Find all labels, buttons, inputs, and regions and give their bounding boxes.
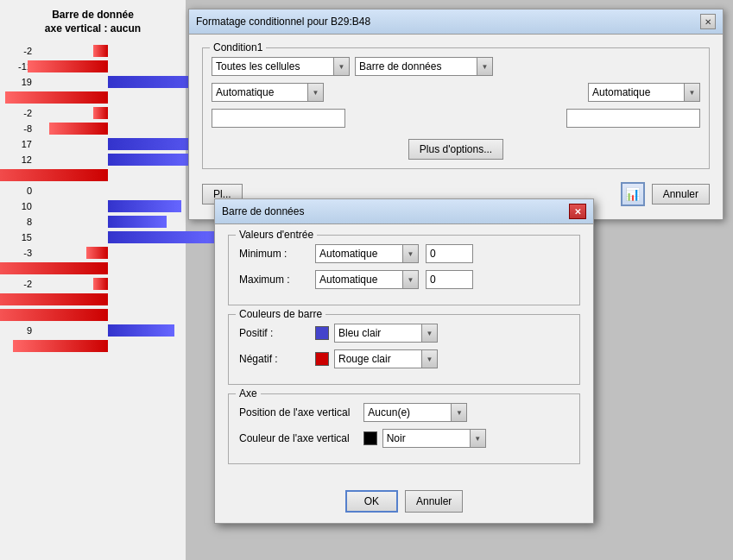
couleur-axe-color-select[interactable]: Noir ▼ [363, 429, 486, 448]
couleurs-barre-group: Couleurs de barre Positif : Bleu clair ▼… [228, 314, 580, 385]
automatique-arrow-1[interactable]: ▼ [307, 84, 323, 101]
chart-bar [86, 247, 109, 259]
sub-dialog: Barre de données ✕ Valeurs d'entrée Mini… [214, 198, 594, 524]
automatique-select-1-input[interactable]: Automatique [212, 84, 307, 101]
chart-number: -2 [4, 279, 32, 289]
plus-options-button[interactable]: Plus d'options... [408, 139, 503, 160]
chart-bar-container [35, 262, 181, 274]
position-dropdown[interactable]: Aucun(e) ▼ [363, 403, 467, 422]
negatif-color-box[interactable]: Rouge clair ▼ [334, 349, 438, 368]
negatif-row: Négatif : Rouge clair ▼ [239, 349, 569, 368]
main-dialog-titlebar: Formatage conditionnel pour B29:B48 ✕ [189, 9, 723, 35]
sub-dialog-title: Barre de données [222, 205, 304, 217]
ok-button[interactable]: OK [345, 490, 398, 513]
axe-legend: Axe [236, 387, 261, 400]
couleurs-barre-legend: Couleurs de barre [236, 308, 325, 320]
chart-bar-container [35, 60, 181, 72]
couleur-axe-arrow[interactable]: ▼ [470, 430, 485, 447]
chart-row: -18 [4, 261, 181, 275]
chart-number: -2 [4, 108, 32, 118]
toutes-cellules-select[interactable]: Toutes les cellules ▼ [212, 57, 350, 76]
chart-bar [0, 169, 108, 181]
condition-group: Condition1 Toutes les cellules ▼ Barre d… [202, 47, 710, 169]
position-row: Position de l'axe vertical Aucun(e) ▼ [239, 403, 569, 422]
couleur-axe-box[interactable]: Noir ▼ [382, 429, 486, 448]
position-arrow[interactable]: ▼ [451, 404, 466, 421]
chart-bar [108, 154, 196, 166]
chart-number: 10 [4, 201, 32, 211]
chart-icon-button[interactable]: 📊 [621, 182, 645, 206]
positif-color-select[interactable]: Bleu clair ▼ [315, 324, 438, 343]
negatif-color-arrow[interactable]: ▼ [421, 350, 437, 368]
maximum-label: Maximum : [239, 274, 308, 286]
chart-row: -2 [4, 44, 181, 58]
sub-annuler-button[interactable]: Annuler [405, 490, 463, 513]
maximum-dropdown[interactable]: Automatique ▼ [315, 270, 419, 289]
chart-bar [0, 309, 108, 321]
positif-color-box[interactable]: Bleu clair ▼ [334, 324, 438, 343]
chart-number: 8 [4, 217, 32, 227]
chart-row: -2 [4, 277, 181, 291]
sub-dialog-close-button[interactable]: ✕ [569, 204, 586, 219]
couleur-axe-label: Couleur de l'axe vertical [239, 432, 350, 444]
barre-donnees-select[interactable]: Barre de données ▼ [355, 57, 493, 76]
chart-bar [108, 231, 218, 243]
toutes-cellules-select-input[interactable]: Toutes les cellules [212, 58, 333, 75]
chart-bar-container [35, 231, 181, 243]
barre-donnees-select-input[interactable]: Barre de données [356, 58, 477, 75]
condition-row-2: Automatique ▼ Automatique ▼ [212, 83, 700, 102]
couleur-axe-row: Couleur de l'axe vertical Noir ▼ [239, 429, 569, 448]
chart-bar-container [35, 154, 181, 166]
chart-bar-container [35, 76, 181, 88]
position-select[interactable]: Aucun(e) [364, 404, 451, 421]
maximum-arrow[interactable]: ▼ [402, 271, 418, 288]
condition-row-3 [212, 109, 700, 128]
minimum-select[interactable]: Automatique [316, 245, 402, 262]
chart-row: 8 [4, 215, 181, 229]
valeurs-entree-legend: Valeurs d'entrée [236, 229, 317, 241]
maximum-value-input[interactable] [426, 270, 473, 289]
chart-number: 19 [4, 77, 32, 87]
maximum-select[interactable]: Automatique [316, 271, 402, 288]
toutes-cellules-arrow[interactable]: ▼ [333, 58, 349, 75]
chart-number: 12 [4, 154, 32, 165]
positif-color-arrow[interactable]: ▼ [421, 324, 437, 342]
negatif-color-swatch [315, 352, 329, 366]
chart-bar [13, 340, 109, 352]
chart-number: 15 [4, 232, 32, 242]
chart-bar-container [35, 309, 181, 321]
chart-bar-container [35, 169, 181, 181]
barre-donnees-arrow[interactable]: ▼ [477, 58, 492, 75]
chart-number: 17 [4, 139, 32, 149]
main-annuler-button[interactable]: Annuler [652, 184, 710, 204]
chart-area: -2-1119-14-2-81712-20010815-3-18-2-19-18… [4, 44, 181, 353]
condition-input-2[interactable] [566, 109, 700, 128]
chart-row: 9 [4, 324, 181, 337]
automatique-arrow-2[interactable]: ▼ [684, 84, 699, 101]
chart-row: -20 [4, 168, 181, 182]
chart-row: 10 [4, 199, 181, 213]
chart-row: -2 [4, 106, 181, 120]
automatique-select-2-input[interactable]: Automatique [589, 84, 684, 101]
chart-bar-container [35, 91, 181, 104]
positif-color-swatch [315, 326, 329, 340]
negatif-color-select[interactable]: Rouge clair ▼ [315, 349, 438, 368]
chart-bar [5, 91, 108, 104]
chart-row: -19 [4, 293, 181, 306]
chart-row: 12 [4, 153, 181, 167]
maximum-row: Maximum : Automatique ▼ [239, 270, 569, 289]
chart-row: -13 [4, 339, 181, 353]
chart-row: -18 [4, 308, 181, 322]
valeurs-entree-group: Valeurs d'entrée Minimum : Automatique ▼… [228, 235, 580, 305]
automatique-select-1[interactable]: Automatique ▼ [212, 83, 324, 102]
chart-number: -8 [4, 123, 32, 134]
minimum-arrow[interactable]: ▼ [402, 245, 418, 262]
minimum-dropdown[interactable]: Automatique ▼ [315, 244, 419, 263]
minimum-value-input[interactable] [426, 244, 473, 263]
main-dialog: Formatage conditionnel pour B29:B48 ✕ Co… [188, 9, 724, 220]
chart-number: 0 [4, 186, 32, 196]
chart-bar [93, 45, 108, 57]
automatique-select-2[interactable]: Automatique ▼ [588, 83, 700, 102]
main-dialog-close-button[interactable]: ✕ [700, 14, 716, 29]
condition-input-1[interactable] [212, 109, 345, 128]
